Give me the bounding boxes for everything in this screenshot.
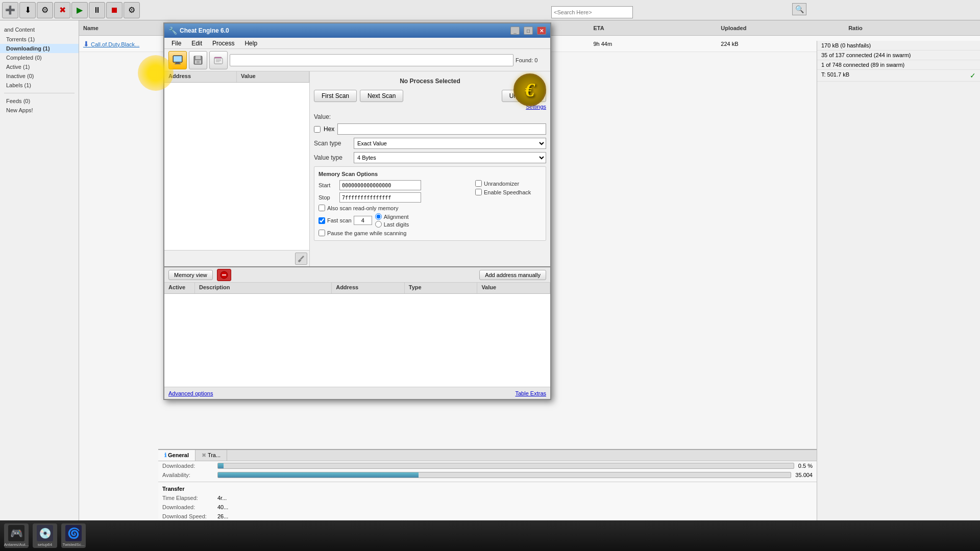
- address-list-area[interactable]: [164, 83, 309, 250]
- speedhack-label: Enable Speedhack: [484, 189, 531, 195]
- toolbar-btn-play[interactable]: ▶: [71, 2, 88, 18]
- ce-menubar: File Edit Process Help: [164, 38, 550, 49]
- start-label: Start: [318, 182, 336, 188]
- memory-view-button[interactable]: Memory view: [168, 270, 213, 280]
- ce-maximize-btn[interactable]: □: [524, 27, 533, 35]
- toolbar-btn-options[interactable]: ⚙: [124, 2, 140, 18]
- unrandomizer-label: Unrandomizer: [484, 181, 519, 187]
- antares-icon: 🎮: [8, 525, 24, 541]
- right-panel-row3: T: 501.7 kB ✓: [817, 70, 980, 82]
- ce-bottom-toolbar: Memory view Add address manually: [164, 267, 550, 283]
- fast-scan-group: Fast scan Alignment Last dig: [318, 213, 467, 228]
- hex-checkbox[interactable]: [314, 126, 321, 133]
- svg-rect-13: [298, 259, 301, 262]
- toolbar-btn-add[interactable]: ➕: [2, 2, 18, 18]
- hex-row: Hex: [314, 123, 546, 135]
- col-value-header: Value: [237, 71, 309, 82]
- start-row: Start: [318, 180, 467, 190]
- advanced-options-link[interactable]: Advanced options: [168, 390, 213, 396]
- alignment-group: Alignment Last digits: [375, 213, 409, 228]
- sidebar-item-downloading[interactable]: Downloading (1): [0, 44, 79, 53]
- ce-bottom-footer: Advanced options Table Extras: [164, 387, 550, 399]
- load-icon: [213, 55, 224, 65]
- scan-type-row: Scan type Exact Value Bigger than... Sma…: [314, 138, 546, 149]
- toolbar-btn-pause[interactable]: ⏸: [89, 2, 105, 18]
- toolbar-load-btn[interactable]: [209, 51, 228, 69]
- alignment-radio[interactable]: [375, 213, 382, 220]
- lastdigits-radio[interactable]: [375, 221, 382, 228]
- sidebar-item-active[interactable]: Active (1): [0, 62, 79, 71]
- next-scan-button[interactable]: Next Scan: [360, 90, 403, 102]
- scan-type-select[interactable]: Exact Value Bigger than... Smaller than.…: [354, 138, 546, 149]
- menu-process[interactable]: Process: [207, 39, 239, 48]
- cheat-table-body[interactable]: [164, 294, 550, 387]
- pause-game-row: Pause the game while scanning: [318, 230, 467, 236]
- search-input[interactable]: [551, 6, 633, 18]
- right-panel-row0: 170 kB (0 hashfails): [817, 41, 980, 51]
- taskbar: 🎮 Antares/Aut... 💿 setup64 🌀 TwistedSc..…: [0, 520, 980, 551]
- table-extras-link[interactable]: Table Extras: [515, 390, 546, 396]
- tab-transfer[interactable]: ✖ Tra...: [195, 450, 227, 461]
- col-active-header: Active: [164, 283, 195, 293]
- delete-address-button[interactable]: [217, 269, 231, 281]
- memory-options-title: Memory Scan Options: [318, 171, 542, 177]
- value-row: Value:: [314, 113, 546, 120]
- also-scan-checkbox[interactable]: [318, 205, 325, 211]
- col-header-uploaded: Uploaded: [721, 25, 848, 31]
- bg-toolbar: ➕ ⬇ ⚙ ✖ ▶ ⏸ ⏹ ⚙ 🔍: [0, 0, 980, 20]
- col-description-header: Description: [195, 283, 332, 293]
- value-input[interactable]: [337, 123, 546, 135]
- fast-scan-label: Fast scan: [327, 217, 352, 223]
- process-bar: [230, 54, 513, 66]
- ce-title-text: Cheat Engine 6.0: [180, 27, 506, 34]
- sidebar-item-inactive[interactable]: Inactive (0): [0, 71, 79, 81]
- cheat-engine-window: 🔧 Cheat Engine 6.0 _ □ ✕ File Edit Proce…: [163, 22, 551, 400]
- first-scan-button[interactable]: First Scan: [314, 90, 357, 102]
- toolbar-save-btn[interactable]: [189, 51, 207, 69]
- taskbar-icon-antares[interactable]: 🎮 Antares/Aut...: [4, 523, 29, 548]
- start-input[interactable]: [339, 180, 421, 190]
- stop-input[interactable]: [339, 192, 421, 203]
- search-button[interactable]: 🔍: [792, 3, 806, 15]
- menu-file[interactable]: File: [166, 39, 186, 48]
- menu-edit[interactable]: Edit: [186, 39, 207, 48]
- download-speed-row: Download Speed: 26...: [158, 512, 817, 521]
- value-type-row: Value type 1 Byte 2 Bytes 4 Bytes 8 Byte…: [314, 152, 546, 163]
- pause-game-label: Pause the game while scanning: [327, 230, 406, 236]
- fast-scan-value[interactable]: [354, 216, 372, 225]
- value-type-select[interactable]: 1 Byte 2 Bytes 4 Bytes 8 Bytes Float Dou…: [354, 152, 546, 163]
- menu-help[interactable]: Help: [239, 39, 262, 48]
- sidebar-item-feeds[interactable]: Feeds (0): [0, 96, 79, 106]
- toolbar-btn-settings[interactable]: ⚙: [37, 2, 53, 18]
- toolbar-btn-down[interactable]: ⬇: [19, 2, 36, 18]
- taskbar-icon-twisted[interactable]: 🌀 TwistedSc...: [61, 523, 86, 548]
- ce-minimize-btn[interactable]: _: [510, 27, 520, 35]
- ce-cheat-table: Memory view Add address manually Active …: [164, 266, 550, 399]
- taskbar-label-twisted: TwistedSc...: [62, 542, 84, 547]
- downloaded-progress: [217, 463, 794, 469]
- sidebar-item-torrents[interactable]: Torrents (1): [0, 35, 79, 44]
- sidebar-item-newapps[interactable]: New Apps!: [0, 106, 79, 115]
- transfer-section: Transfer: [158, 484, 817, 493]
- speedhack-checkbox[interactable]: [475, 189, 482, 195]
- stop-row: Stop: [318, 192, 467, 203]
- unrandomizer-checkbox[interactable]: [475, 180, 482, 187]
- list-settings-btn[interactable]: [295, 253, 307, 265]
- also-scan-label: Also scan read-only memory: [327, 205, 398, 211]
- sidebar-item-labels[interactable]: Labels (1): [0, 81, 79, 90]
- ce-close-btn[interactable]: ✕: [537, 27, 546, 35]
- ce-titlebar[interactable]: 🔧 Cheat Engine 6.0 _ □ ✕: [164, 23, 550, 38]
- toolbar-btn-remove[interactable]: ✖: [54, 2, 70, 18]
- sidebar-item-completed[interactable]: Completed (0): [0, 53, 79, 62]
- tab-general[interactable]: ℹ General: [158, 450, 195, 461]
- also-scan-readonly-row: Also scan read-only memory: [318, 205, 467, 211]
- taskbar-icon-setup[interactable]: 💿 setup64: [33, 523, 57, 548]
- toolbar-computer-btn[interactable]: [168, 51, 187, 69]
- toolbar-btn-stop[interactable]: ⏹: [106, 2, 122, 18]
- fast-scan-checkbox[interactable]: [318, 217, 325, 224]
- ce-scan-options: € No Process Selected First Scan Next Sc…: [310, 71, 550, 266]
- pause-game-checkbox[interactable]: [318, 230, 325, 236]
- computer-icon: [172, 55, 183, 66]
- add-address-button[interactable]: Add address manually: [479, 270, 546, 280]
- svg-rect-1: [174, 56, 182, 62]
